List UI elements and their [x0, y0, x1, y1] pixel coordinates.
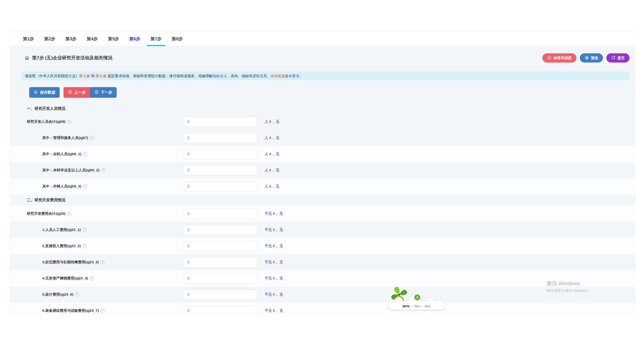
edit-icon	[34, 90, 38, 95]
value-input[interactable]	[184, 149, 258, 159]
pill-label: 检查和原因	[554, 56, 572, 60]
download-speed: 0K/s	[425, 305, 430, 308]
section-title: 二、研究开发费用情况	[10, 195, 635, 206]
tab-label: 第1步	[23, 36, 34, 42]
row-unit: 人0，无	[265, 152, 280, 156]
tab-label: 第8步	[172, 36, 183, 42]
button-label: 下一步	[101, 90, 112, 95]
step-tab[interactable]: 第7步	[148, 31, 164, 46]
unit-none: 无	[276, 136, 280, 140]
value-input[interactable]	[184, 225, 258, 235]
notice-text: 请按照《中华人民共和国统计法》	[25, 74, 79, 78]
unit-zero: 0，	[273, 211, 278, 216]
step-tab[interactable]: 第2步	[41, 31, 58, 46]
unit-none: 无	[280, 292, 283, 296]
value-input[interactable]	[184, 273, 258, 284]
value-input[interactable]	[184, 117, 258, 127]
help-icon[interactable]: ?	[100, 260, 104, 264]
step-tab[interactable]: 第3步	[62, 31, 80, 46]
row-label: 1.人员人工费用(qj23_1)?	[10, 228, 184, 232]
check-reason-button[interactable]: 检查和原因	[542, 53, 576, 62]
step-tab[interactable]: 第1步	[20, 31, 37, 46]
row-label-text: 6.装备调试费用与试验费用(qj23_7)	[42, 309, 99, 313]
pill-label: 提交	[618, 56, 625, 60]
help-icon[interactable]: ?	[83, 152, 87, 156]
unit-zero: 0，	[269, 119, 275, 124]
submit-icon	[611, 55, 616, 60]
step-tabbar: 第1步第2步第3步第4步第5步第6步第7步第8步	[10, 31, 635, 46]
upload-speed: 0K/s	[414, 305, 420, 308]
unit-none: 无	[276, 119, 280, 124]
help-icon[interactable]: ?	[90, 136, 94, 140]
form-row: 1.人员人工费用(qj23_1)?千元0，无	[10, 222, 635, 238]
value-input[interactable]	[184, 290, 258, 300]
unit-none: 无	[276, 152, 280, 156]
step-tab[interactable]: 第4步	[84, 31, 101, 46]
value-input[interactable]	[184, 181, 258, 192]
value-input[interactable]	[184, 165, 258, 175]
row-label: 其中：管理和服务人员(qj67)?	[10, 136, 184, 140]
form-row: 其中：外聘人员(qj09_3)?人0，无	[10, 178, 635, 195]
unit-label: 千元	[265, 260, 272, 264]
previous-step-button[interactable]: 上一步	[64, 87, 90, 98]
notice-text: 。	[267, 74, 271, 78]
unit-label: 千元	[265, 244, 272, 248]
pill-label: 预览	[591, 56, 598, 60]
help-icon[interactable]: ?	[100, 309, 104, 313]
row-label-text: 2.直接投入费用(qj23_2)	[42, 244, 81, 248]
help-icon[interactable]: ?	[75, 293, 79, 297]
speed-cloud: 90% ↑ 0K/s ↓ 0K/s	[388, 298, 445, 310]
form-row: 6.装备调试费用与试验费用(qj23_7)?千元0，无	[10, 303, 635, 314]
help-icon[interactable]: ?	[82, 244, 86, 248]
boost-badge-icon[interactable]	[414, 294, 421, 301]
form-row: 研究开发人员合计(qj09)?人0，无	[10, 114, 635, 130]
help-icon[interactable]: ?	[90, 276, 94, 280]
value-input[interactable]	[184, 257, 258, 267]
row-input	[184, 181, 258, 192]
row-unit: 人0，无	[265, 136, 280, 140]
step-tab[interactable]: 第8步	[169, 31, 186, 46]
net-speed-floating-widget[interactable]: 90% ↑ 0K/s ↓ 0K/s	[386, 286, 447, 313]
unit-label: 人	[265, 136, 268, 140]
submit-button[interactable]: 提交	[606, 53, 630, 62]
notice-link[interactable]: 第七条	[79, 74, 90, 78]
value-input[interactable]	[184, 209, 258, 219]
unit-label: 千元	[265, 309, 272, 313]
unit-label: 人	[265, 152, 268, 156]
notice-link[interactable]: 版本要求	[285, 74, 300, 78]
button-label: 保存数据	[40, 90, 55, 95]
row-unit: 千元0，无	[265, 244, 283, 248]
notice-link[interactable]: 第九条	[96, 74, 106, 78]
unit-none: 无	[280, 260, 283, 264]
notice-link[interactable]: IE浏览器	[271, 74, 285, 78]
row-label-text: 研究开发人员合计(qj09)	[27, 119, 66, 124]
preview-button[interactable]: 预览	[580, 53, 603, 62]
value-input[interactable]	[184, 241, 258, 251]
upload-arrow-icon: ↑	[412, 304, 413, 308]
form-row: 其中：本科毕业及以上人员(qj09_2)?人0，无	[10, 162, 635, 178]
value-input[interactable]	[184, 133, 258, 143]
header-actions: 检查和原因预览提交	[542, 53, 630, 62]
step-tab[interactable]: 第5步	[105, 31, 122, 46]
help-icon[interactable]: ?	[101, 168, 105, 172]
save-data-button[interactable]: 保存数据	[29, 87, 60, 98]
form-row: 3.折旧费用与长期待摊费用(qj23_3)?千元0，无	[10, 254, 635, 270]
notice-link[interactable]: 指标含义	[213, 74, 227, 78]
help-icon[interactable]: ?	[67, 120, 71, 124]
next-step-button[interactable]: 下一步	[90, 87, 117, 98]
help-icon[interactable]: ?	[83, 184, 87, 188]
row-unit: 千元0，无	[265, 211, 283, 216]
row-label-text: 其中：全职人员(qj09_1)	[42, 152, 82, 156]
help-icon[interactable]: ?	[82, 228, 86, 232]
unit-none: 无	[280, 211, 283, 216]
help-icon[interactable]: ?	[67, 212, 71, 216]
speed-readout: 90% ↑ 0K/s ↓ 0K/s	[388, 304, 445, 308]
row-input	[184, 165, 258, 175]
step-tab[interactable]: 第6步	[126, 31, 143, 46]
unit-none: 无	[276, 184, 280, 188]
unit-none: 无	[280, 309, 283, 313]
notice-link[interactable]: 逻辑关系	[252, 74, 267, 78]
unit-zero: 0，	[269, 168, 275, 172]
value-input[interactable]	[184, 306, 258, 314]
unit-none: 无	[280, 228, 283, 232]
